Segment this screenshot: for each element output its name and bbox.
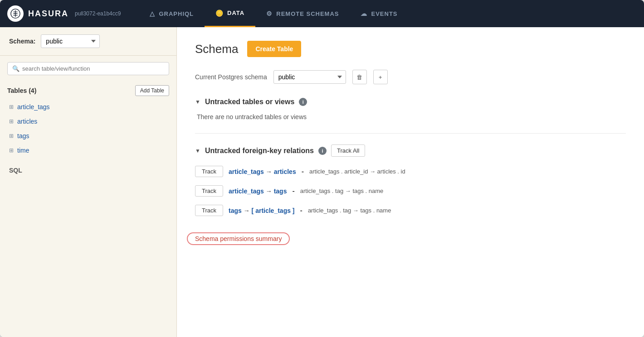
- trash-icon: 🗑: [356, 74, 362, 81]
- schema-bar: Schema: public: [0, 27, 176, 56]
- section-divider: [195, 133, 626, 134]
- logo-area: HASURA pull3072-ea1b4cc9: [7, 5, 121, 22]
- logo-icon: [7, 5, 24, 22]
- logo-text: HASURA: [28, 9, 68, 19]
- sidebar: Schema: public 🔍 Tables (4) Add Table ⊞ …: [0, 27, 177, 337]
- schema-label: Schema:: [9, 38, 35, 45]
- no-untracked-text: There are no untracked tables or views: [197, 113, 626, 120]
- fk-dash-2: -: [292, 187, 294, 195]
- track-all-button[interactable]: Track All: [331, 144, 365, 157]
- sidebar-item-articles[interactable]: ⊞ articles: [0, 114, 176, 129]
- tab-graphiql[interactable]: △ GRAPHIQL: [139, 0, 205, 27]
- events-icon: ☁: [361, 10, 367, 17]
- search-icon: 🔍: [12, 65, 20, 72]
- fk-row-3: Track tags → [ article_tags ] - article_…: [195, 205, 626, 216]
- create-table-button[interactable]: Create Table: [247, 41, 301, 57]
- plus-icon: +: [379, 74, 382, 81]
- grid-icon: ⊞: [9, 118, 14, 125]
- add-table-button[interactable]: Add Table: [135, 85, 169, 96]
- tables-header: Tables (4) Add Table: [0, 82, 176, 100]
- untracked-info-icon[interactable]: i: [299, 98, 307, 106]
- fk-dash-3: -: [300, 207, 302, 215]
- schema-selector-label: Current Postgres schema: [195, 73, 267, 81]
- top-nav: HASURA pull3072-ea1b4cc9 △ GRAPHIQL 🪙 DA…: [0, 0, 644, 27]
- build-id: pull3072-ea1b4cc9: [75, 10, 121, 17]
- sidebar-item-time[interactable]: ⊞ time: [0, 143, 176, 158]
- fk-to-table-2: tags: [274, 188, 287, 195]
- fk-from-table-2: article_tags: [229, 188, 264, 195]
- untracked-section-title: Untracked tables or views: [205, 98, 294, 106]
- fk-arrow-2: →: [266, 188, 274, 195]
- fk-dash-1: -: [302, 168, 304, 176]
- fk-from-table-3: tags: [229, 207, 242, 214]
- data-icon: 🪙: [215, 10, 224, 17]
- fk-relation-3: tags → [ article_tags ]: [229, 207, 295, 214]
- fk-arrow-1: →: [266, 168, 274, 175]
- permissions-summary-link[interactable]: Schema permissions summary: [195, 235, 282, 242]
- fk-to-table-1: articles: [274, 168, 296, 175]
- graphiql-icon: △: [150, 10, 155, 17]
- schema-select[interactable]: public: [41, 34, 100, 48]
- fk-detail-1: article_tags . article_id → articles . i…: [309, 168, 405, 175]
- fk-relation-1: article_tags → articles: [229, 168, 296, 175]
- fk-detail-3: article_tags . tag → tags . name: [308, 207, 391, 214]
- sidebar-item-sql[interactable]: SQL: [0, 162, 176, 178]
- delete-schema-button[interactable]: 🗑: [352, 70, 367, 84]
- fk-section-header: ▼ Untracked foreign-key relations i Trac…: [195, 144, 626, 157]
- fk-to-table-3: [ article_tags ]: [252, 207, 295, 214]
- track-button-3[interactable]: Track: [195, 205, 223, 216]
- remote-schemas-icon: ⚙: [266, 10, 273, 17]
- search-input[interactable]: [22, 65, 164, 72]
- page-title: Schema: [195, 42, 238, 56]
- grid-icon: ⊞: [9, 133, 14, 139]
- main-layout: Schema: public 🔍 Tables (4) Add Table ⊞ …: [0, 27, 644, 337]
- untracked-section-header[interactable]: ▼ Untracked tables or views i: [195, 98, 626, 106]
- content-area: Schema Create Table Current Postgres sch…: [177, 27, 644, 337]
- fk-row-1: Track article_tags → articles - article_…: [195, 166, 626, 177]
- sidebar-item-tags[interactable]: ⊞ tags: [0, 129, 176, 143]
- nav-tabs: △ GRAPHIQL 🪙 DATA ⚙ REMOTE SCHEMAS ☁ EVE…: [139, 0, 408, 27]
- fk-relation-2: article_tags → tags: [229, 188, 287, 195]
- page-header: Schema Create Table: [195, 41, 626, 57]
- postgres-schema-select[interactable]: public: [273, 70, 346, 84]
- fk-chevron-icon: ▼: [195, 148, 200, 154]
- add-schema-button[interactable]: +: [373, 70, 388, 84]
- tab-data[interactable]: 🪙 DATA: [205, 0, 255, 27]
- track-button-1[interactable]: Track: [195, 166, 223, 177]
- grid-icon: ⊞: [9, 147, 14, 154]
- tab-remote-schemas[interactable]: ⚙ REMOTE SCHEMAS: [255, 0, 350, 27]
- fk-arrow-3: →: [244, 207, 252, 214]
- grid-icon: ⊞: [9, 104, 14, 110]
- fk-section-title: Untracked foreign-key relations: [205, 147, 314, 155]
- search-wrapper: 🔍: [7, 62, 169, 75]
- tables-title: Tables (4): [7, 87, 36, 94]
- fk-info-icon[interactable]: i: [318, 147, 327, 155]
- table-list: ⊞ article_tags ⊞ articles ⊞ tags ⊞ time: [0, 100, 176, 158]
- sidebar-item-article-tags[interactable]: ⊞ article_tags: [0, 100, 176, 114]
- track-button-2[interactable]: Track: [195, 185, 223, 197]
- chevron-down-icon: ▼: [195, 99, 200, 105]
- fk-from-table-1: article_tags: [229, 168, 264, 175]
- schema-selector-row: Current Postgres schema public 🗑 +: [195, 70, 626, 84]
- fk-row-2: Track article_tags → tags - article_tags…: [195, 185, 626, 197]
- fk-detail-2: article_tags . tag → tags . name: [300, 188, 384, 194]
- tab-events[interactable]: ☁ EVENTS: [350, 0, 408, 27]
- sidebar-search: 🔍: [0, 56, 176, 82]
